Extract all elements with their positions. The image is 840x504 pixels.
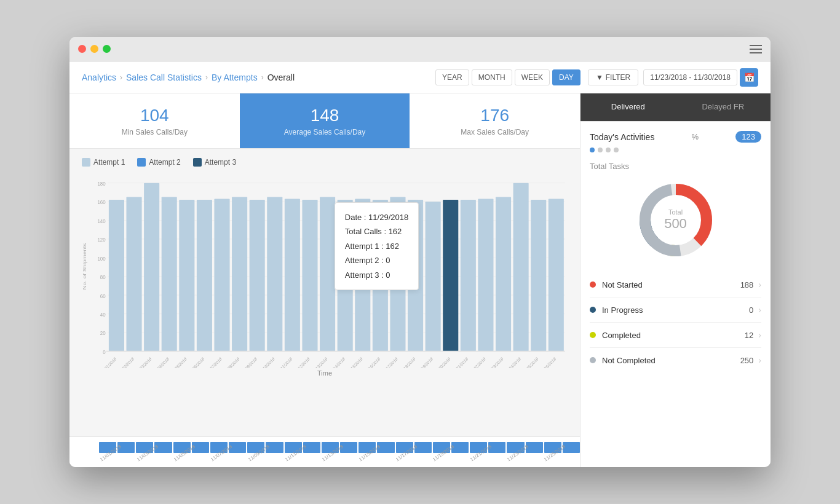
task-chevron-icon: › [758,280,761,289]
calendar-icon: 📅 [744,73,755,82]
attempt1-color [82,158,90,167]
svg-rect-63 [478,199,493,351]
menu-icon[interactable] [750,45,762,53]
filter-button[interactable]: ▼ FILTER [588,69,638,85]
svg-rect-39 [267,197,282,351]
task-chevron-icon: › [758,355,761,365]
task-list: Not Started 188 › In Progress 0 › Comple… [590,272,761,372]
day-button[interactable]: DAY [552,69,580,85]
panel-header-row: Today's Activities % 123 [590,131,761,143]
bar-chart[interactable]: 020406080100120140160180No. of Shipments… [82,171,568,368]
tab-delivered[interactable]: Delivered [580,93,676,121]
svg-text:11/25/2018: 11/25/2018 [522,356,539,368]
svg-text:11/05/2018: 11/05/2018 [170,356,188,368]
timeline-strip[interactable]: 11/01/201811/03/201811/05/201811/07/2018… [69,436,580,467]
task-list-item[interactable]: Not Completed 250 › [590,348,761,372]
main-window: Analytics › Sales Call Statistics › By A… [69,37,771,467]
sep-2: › [205,73,208,82]
minimize-button[interactable] [90,45,98,53]
min-stat: 104 Min Sales Calls/Day [69,93,240,148]
month-button[interactable]: MONTH [472,69,512,85]
max-stat: 176 Max Sales Calls/Day [410,93,580,148]
svg-text:11/11/2018: 11/11/2018 [275,356,293,368]
date-range: 11/23/2018 - 11/30/2018 [643,69,737,85]
breadcrumb: Analytics › Sales Call Statistics › By A… [82,73,295,82]
activities-badge: 123 [735,131,761,143]
task-list-item[interactable]: Completed 12 › [590,323,761,348]
donut-total-label: Total [664,208,687,216]
svg-text:11/16/2018: 11/16/2018 [363,356,381,368]
total-tasks-label: Total Tasks [590,162,761,171]
svg-text:180: 180 [97,180,105,187]
svg-text:100: 100 [97,255,105,262]
svg-text:11/03/2018: 11/03/2018 [135,356,153,368]
task-color-dot [590,282,596,288]
dots-row [590,148,761,152]
dot-2[interactable] [606,148,611,152]
svg-text:11/12/2018: 11/12/2018 [293,356,311,368]
dot-1[interactable] [598,148,603,152]
svg-rect-41 [285,199,300,351]
svg-text:11/06/2018: 11/06/2018 [188,356,205,368]
svg-rect-71 [549,199,564,351]
legend-attempt2-label: Attempt 2 [149,158,180,167]
attempt2-color [137,158,146,167]
calendar-button[interactable]: 📅 [740,68,758,87]
svg-rect-69 [531,200,546,351]
breadcrumb-analytics[interactable]: Analytics [82,73,116,82]
svg-rect-57 [426,202,441,351]
attempt3-color [193,158,202,167]
svg-rect-27 [162,197,177,351]
week-button[interactable]: WEEK [515,69,550,85]
min-value: 104 [140,106,169,125]
filter-icon: ▼ [596,73,603,82]
stats-bar: 104 Min Sales Calls/Day 148 Average Sale… [69,93,580,149]
donut-center: Total 500 [664,208,687,232]
svg-text:11/19/2018: 11/19/2018 [416,356,434,368]
svg-rect-33 [214,199,229,351]
tab-delayed-fr[interactable]: Delayed FR [676,93,771,121]
dot-3[interactable] [614,148,619,152]
panel-tabs: Delivered Delayed FR [580,93,771,122]
svg-text:160: 160 [97,199,105,206]
year-button[interactable]: YEAR [435,69,469,85]
legend-attempt2: Attempt 2 [137,158,180,167]
sep-1: › [120,73,122,82]
tooltip-date-label: Date : [345,213,367,222]
svg-rect-43 [302,200,317,351]
task-list-item[interactable]: Not Started 188 › [590,272,761,297]
breadcrumb-sales-call-statistics[interactable]: Sales Call Statistics [126,73,202,82]
task-color-dot [590,357,596,363]
svg-text:11/26/2018: 11/26/2018 [539,356,557,368]
chart-legend: Attempt 1 Attempt 2 Attempt 3 [82,158,568,167]
title-bar [69,37,771,61]
task-list-item[interactable]: In Progress 0 › [590,297,761,323]
task-color-dot [590,332,596,338]
legend-attempt1: Attempt 1 [82,158,125,167]
svg-text:11/17/2018: 11/17/2018 [381,356,398,368]
dot-0[interactable] [590,148,595,152]
task-name: Not Started [602,280,740,289]
task-chevron-icon: › [758,305,761,315]
min-label: Min Sales Calls/Day [122,128,188,136]
task-count: 250 [740,356,754,365]
donut-container: Total 500 [636,180,716,260]
avg-label: Average Sales Calls/Day [284,128,366,136]
maximize-button[interactable] [103,45,111,53]
panel-body: Today's Activities % 123 Total Tasks [580,122,771,467]
breadcrumb-by-attempts[interactable]: By Attempts [212,73,258,82]
svg-text:No. of Shipments: No. of Shipments [82,243,87,290]
svg-text:11/04/2018: 11/04/2018 [153,356,170,368]
content: 104 Min Sales Calls/Day 148 Average Sale… [69,93,771,467]
task-name: Completed [602,331,745,340]
chart-tooltip: Date : 11/29/2018 Total Calls : 162 Atte… [335,202,419,290]
svg-text:20: 20 [100,330,106,337]
tooltip-attempt3-label: Attempt 3 : [345,270,384,280]
avg-stat: 148 Average Sales Calls/Day [240,93,410,148]
svg-text:11/14/2018: 11/14/2018 [328,356,346,368]
svg-rect-61 [461,200,476,351]
svg-rect-29 [179,200,194,351]
close-button[interactable] [78,45,86,53]
svg-text:11/22/2018: 11/22/2018 [469,356,486,368]
svg-rect-35 [232,197,247,351]
